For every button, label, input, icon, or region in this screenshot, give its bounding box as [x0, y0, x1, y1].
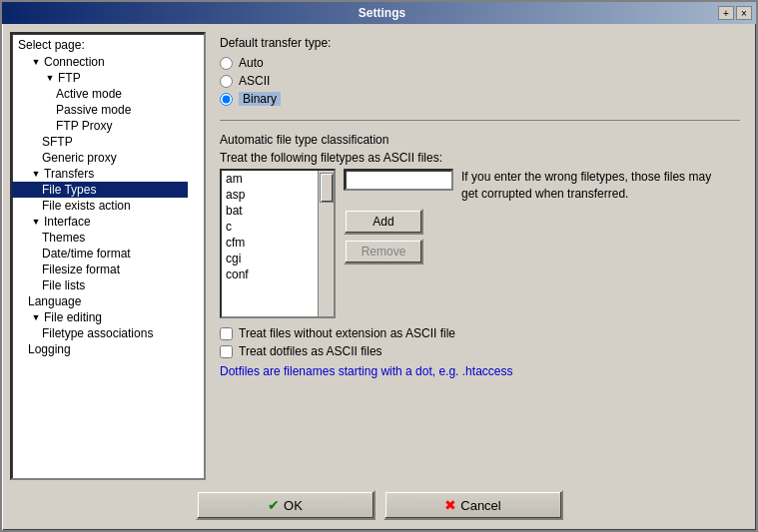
sidebar-item-label: FTP: [58, 71, 81, 85]
radio-binary-row: Binary: [220, 92, 740, 106]
radio-auto-row: Auto: [220, 56, 740, 70]
sidebar-item-passive-mode[interactable]: Passive mode: [12, 102, 188, 118]
add-remove-col: Add Remove: [344, 209, 740, 265]
info-text: Dotfiles are filenames starting with a d…: [220, 364, 740, 378]
auto-classify-title: Automatic file type classification: [220, 133, 740, 147]
sidebar-inner: Select page: ▼ Connection ▼ FTP Active m…: [12, 34, 204, 357]
sidebar-item-label: File Types: [42, 183, 96, 197]
cancel-button[interactable]: ✖ Cancel: [383, 490, 563, 520]
close-button[interactable]: ×: [736, 6, 752, 20]
main-area: Select page: ▼ Connection ▼ FTP Active m…: [10, 32, 748, 480]
radio-ascii-row: ASCII: [220, 74, 740, 88]
sidebar-item-connection[interactable]: ▼ Connection: [12, 54, 188, 70]
sidebar: Select page: ▼ Connection ▼ FTP Active m…: [10, 32, 206, 480]
arrow-icon: ▼: [28, 217, 44, 227]
treat-label: Treat the following filetypes as ASCII f…: [220, 151, 740, 165]
sidebar-item-file-exists-action[interactable]: File exists action: [12, 198, 188, 214]
sidebar-item-label: Date/time format: [42, 247, 131, 261]
settings-window: Settings + × Select page: ▼ Connection ▼: [0, 0, 758, 532]
arrow-icon: ▼: [28, 312, 44, 322]
sidebar-item-label: Filetype associations: [42, 326, 153, 340]
checkbox-no-extension[interactable]: [220, 327, 233, 340]
sidebar-item-generic-proxy[interactable]: Generic proxy: [12, 150, 188, 166]
sidebar-item-themes[interactable]: Themes: [12, 230, 188, 246]
list-item[interactable]: cfm: [222, 235, 318, 251]
sidebar-item-label: Transfers: [44, 167, 94, 181]
sidebar-item-label: File editing: [44, 310, 102, 324]
radio-ascii[interactable]: [220, 75, 233, 88]
filetype-listbox-wrapper: amaspbatccfmcgiconf: [220, 169, 336, 318]
sidebar-item-ftp-proxy[interactable]: FTP Proxy: [12, 118, 188, 134]
cancel-icon: ✖: [444, 497, 456, 513]
sidebar-item-label: File lists: [42, 278, 85, 292]
sidebar-item-filesize-format[interactable]: Filesize format: [12, 262, 188, 277]
sidebar-item-label: Themes: [42, 231, 85, 245]
select-page-label: Select page:: [12, 34, 188, 54]
sidebar-item-active-mode[interactable]: Active mode: [12, 86, 188, 102]
list-item[interactable]: bat: [222, 203, 318, 219]
checkbox2-row: Treat dotfiles as ASCII files: [220, 344, 740, 358]
list-item[interactable]: am: [222, 171, 318, 187]
sidebar-item-language[interactable]: Language: [12, 293, 188, 309]
transfer-type-section: Default transfer type: Auto ASCII Binary: [212, 32, 748, 110]
button-row: ✔ OK ✖ Cancel: [10, 486, 748, 522]
ok-icon: ✔: [268, 497, 280, 513]
classify-area: amaspbatccfmcgiconf If you enter the wro…: [220, 169, 740, 318]
content-panel: Default transfer type: Auto ASCII Binary: [212, 32, 748, 480]
list-item[interactable]: c: [222, 219, 318, 235]
radio-auto[interactable]: [220, 57, 233, 70]
sidebar-item-label: Interface: [44, 215, 91, 229]
sidebar-item-label: File exists action: [42, 199, 131, 213]
scrollbar-thumb[interactable]: [320, 173, 334, 203]
sidebar-item-sftp[interactable]: SFTP: [12, 134, 188, 150]
sidebar-item-file-lists[interactable]: File lists: [12, 277, 188, 293]
radio-binary[interactable]: [220, 93, 233, 106]
arrow-icon: ▼: [28, 57, 44, 67]
divider: [220, 120, 740, 121]
window-title: Settings: [46, 6, 718, 20]
filetype-listbox[interactable]: amaspbatccfmcgiconf: [222, 171, 318, 316]
remove-button[interactable]: Remove: [344, 239, 423, 265]
filetype-input[interactable]: [344, 169, 453, 191]
arrow-icon: ▼: [42, 73, 58, 83]
radio-ascii-label: ASCII: [239, 74, 270, 88]
sidebar-item-label: Logging: [28, 342, 71, 356]
sidebar-item-label: Active mode: [56, 87, 122, 101]
checkbox1-row: Treat files without extension as ASCII f…: [220, 326, 740, 340]
sidebar-item-filetype-associations[interactable]: Filetype associations: [12, 325, 188, 341]
sidebar-item-label: Language: [28, 294, 81, 308]
sidebar-item-label: Passive mode: [56, 103, 131, 117]
add-button[interactable]: Add: [344, 209, 423, 235]
title-bar: Settings + ×: [2, 2, 756, 24]
radio-auto-label: Auto: [239, 56, 264, 70]
list-item[interactable]: asp: [222, 187, 318, 203]
title-bar-buttons: + ×: [718, 6, 752, 20]
checkbox-area: Treat files without extension as ASCII f…: [220, 326, 740, 358]
checkbox-dotfiles[interactable]: [220, 345, 233, 358]
radio-binary-label: Binary: [239, 92, 281, 106]
auto-classify-section: Automatic file type classification Treat…: [212, 131, 748, 380]
sidebar-item-logging[interactable]: Logging: [12, 341, 188, 357]
hint-row: If you enter the wrong filetypes, those …: [344, 169, 740, 203]
sidebar-item-file-editing[interactable]: ▼ File editing: [12, 309, 188, 325]
sidebar-item-interface[interactable]: ▼ Interface: [12, 214, 188, 230]
ok-label: OK: [284, 498, 303, 513]
sidebar-item-transfers[interactable]: ▼ Transfers: [12, 166, 188, 182]
checkbox2-label: Treat dotfiles as ASCII files: [239, 344, 382, 358]
list-item[interactable]: conf: [222, 266, 318, 282]
sidebar-item-ftp[interactable]: ▼ FTP: [12, 70, 188, 86]
scrollbar-track[interactable]: [318, 171, 334, 316]
window-content: Select page: ▼ Connection ▼ FTP Active m…: [2, 24, 756, 530]
sidebar-item-label: Connection: [44, 55, 105, 69]
checkbox1-label: Treat files without extension as ASCII f…: [239, 326, 455, 340]
list-item[interactable]: cgi: [222, 251, 318, 266]
minimize-button[interactable]: +: [718, 6, 734, 20]
sidebar-item-label: FTP Proxy: [56, 119, 112, 133]
sidebar-item-file-types[interactable]: File Types: [12, 182, 188, 198]
hint-text: If you enter the wrong filetypes, those …: [461, 169, 731, 203]
sidebar-item-label: Filesize format: [42, 263, 120, 276]
arrow-icon: ▼: [28, 169, 44, 179]
sidebar-item-label: Generic proxy: [42, 151, 117, 165]
sidebar-item-datetime-format[interactable]: Date/time format: [12, 246, 188, 262]
ok-button[interactable]: ✔ OK: [196, 490, 376, 520]
